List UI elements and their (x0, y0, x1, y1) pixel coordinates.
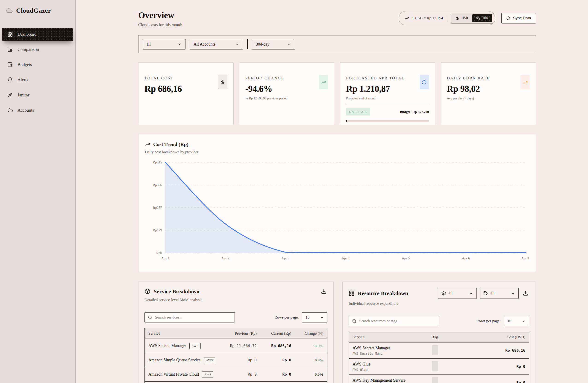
sidebar-item-label: Accounts (18, 108, 34, 113)
column-header: Tag (432, 335, 475, 340)
wallet-icon (7, 62, 13, 67)
download-icon (321, 289, 326, 294)
download-button[interactable] (320, 288, 327, 295)
idr-button[interactable]: IDR (472, 14, 492, 22)
sidebar-item-label: Janitor (18, 93, 29, 97)
accounts-select-value: All Accounts (193, 42, 215, 47)
resource-cell: AWS Key Management Service AWS Key Manag… (353, 378, 432, 383)
column-header: Current (Rp) (257, 331, 291, 336)
service-table: Service Previous (Rp) Current (Rp) Chang… (145, 328, 327, 383)
sidebar-item-accounts[interactable]: Accounts (2, 104, 73, 117)
service-cell: Amazon Virtual Private Cloud AWS (148, 371, 218, 378)
topbar: Overview Cloud costs for this month 1 US… (138, 10, 536, 27)
tag-placeholder (432, 345, 438, 355)
resource-breakdown-title-row: Resource Breakdown (349, 290, 408, 296)
table-row[interactable] (145, 382, 327, 383)
sidebar-item-comparison[interactable]: Comparison (2, 43, 73, 56)
sidebar-item-alerts[interactable]: Alerts (2, 73, 73, 87)
rows-per-page-value: 10 (306, 315, 309, 320)
resource-cell: AWS Secrets Manager AWS Secrets Man… (353, 345, 432, 356)
budget-progress-track (346, 120, 429, 122)
period-change-card: PERIOD CHANGE -94.6% vs Rp 12.693,96 pre… (239, 62, 335, 125)
divider (346, 104, 429, 104)
grid-icon (349, 290, 355, 296)
cost-trend-chart[interactable]: Rp0Rp129Rp257Rp386Rp515Apr 1Apr 2Apr 3Ap… (145, 159, 529, 263)
period-select[interactable]: 30d-day (252, 39, 295, 50)
download-button[interactable] (522, 289, 529, 297)
resource-cell: AWS Glue AWS Glue (353, 362, 432, 372)
table-header: Service Tag Cost (USD) (349, 332, 529, 343)
resource-name: AWS Key Management Service (353, 378, 432, 383)
service-name: Amazon Simple Queue Service (148, 358, 200, 363)
coins-icon (476, 16, 480, 20)
resource-search-input[interactable] (359, 319, 436, 323)
resource-search (349, 316, 439, 326)
cost-cell: Rp 0 (475, 364, 525, 369)
service-name: Amazon Virtual Private Cloud (148, 372, 199, 377)
card-subtext: vs Rp 12.693,96 previous period (245, 97, 328, 100)
search-icon (148, 315, 152, 320)
service-search-input[interactable] (155, 315, 231, 320)
chevron-down-icon (522, 319, 526, 323)
rows-per-page-value: 10 (507, 319, 511, 323)
svg-text:Apr 3: Apr 3 (282, 256, 290, 260)
chevron-down-icon (235, 42, 239, 46)
change-cell: 0.0% (291, 358, 323, 363)
resource-name: AWS Secrets Manager (353, 345, 432, 351)
service-name: AWS Secrets Manager (148, 344, 186, 348)
table-row[interactable]: AWS Secrets Manager AWS Secrets Man… Rp … (349, 343, 529, 359)
table-row[interactable]: Amazon Simple Queue Service AWS Rp 0 Rp … (145, 353, 327, 367)
rows-per-page-select[interactable]: 10 (302, 312, 327, 323)
service-breakdown-panel: Service Breakdown Detailed service-level… (138, 282, 334, 383)
forecast-card: FORECASTED APR TOTAL Rp 1.210,87 Project… (340, 62, 435, 125)
column-header: Service (148, 331, 218, 336)
brand-name: CloudGazer (16, 7, 51, 14)
svg-text:Rp257: Rp257 (153, 206, 162, 210)
exchange-rate-text: 1 USD = Rp 17.154 (412, 16, 443, 20)
resource-breakdown-panel: Resource Breakdown all all (342, 282, 535, 383)
provider-select[interactable]: all (143, 39, 186, 50)
dollar-icon (456, 16, 460, 20)
layers-icon (441, 291, 446, 296)
tag-placeholder (432, 361, 438, 371)
table-row[interactable]: AWS Glue AWS Glue Rp 0 (349, 359, 529, 375)
change-cell: -94.1% (291, 344, 323, 348)
bar-chart-icon (7, 47, 13, 52)
resource-service-filter[interactable]: all (438, 288, 477, 299)
cost-cell: Rp 686,16 (475, 348, 525, 353)
table-row[interactable]: Amazon Virtual Private Cloud AWS Rp 0 Rp… (145, 367, 327, 382)
rows-per-page-select[interactable]: 10 (504, 316, 529, 326)
sync-data-button[interactable]: Sync Data (501, 13, 536, 23)
cloud-logo-icon (6, 7, 13, 14)
panel-subtitle: Detailed service-level MoM analysis (145, 298, 327, 302)
sidebar-item-budgets[interactable]: Budgets (2, 58, 73, 71)
table-controls: Rows per page: 10 (145, 312, 327, 323)
total-cost-card: TOTAL COST Rp 686,16 (138, 62, 234, 125)
page-subtitle: Cloud costs for this month (138, 22, 182, 27)
table-row[interactable]: AWS Key Management Service AWS Key Manag… (349, 375, 529, 383)
page-head: Overview Cloud costs for this month (138, 10, 182, 27)
accounts-select[interactable]: All Accounts (190, 39, 243, 50)
resource-table: Service Tag Cost (USD) AWS Secrets Manag… (349, 332, 529, 383)
svg-text:Apr 4: Apr 4 (342, 256, 350, 260)
change-cell: 0.0% (291, 372, 323, 377)
panel-head: Resource Breakdown all all (349, 288, 529, 299)
breakdown-section: Service Breakdown Detailed service-level… (138, 282, 536, 383)
svg-text:Rp515: Rp515 (153, 160, 162, 164)
trending-up-icon (521, 75, 530, 89)
resource-tag-filter[interactable]: all (480, 288, 519, 299)
cost-trend-panel: Cost Trend (Rp) Daily cost breakdown by … (138, 134, 536, 272)
chevron-down-icon (511, 291, 515, 296)
card-subtext: Avg per day (7 days) (447, 97, 530, 100)
chart-subtitle: Daily cost breakdown by provider (145, 150, 529, 154)
brand: CloudGazer (0, 7, 76, 14)
svg-text:Apr 17: Apr 17 (521, 256, 529, 260)
resource-filters: all all (438, 288, 529, 299)
sidebar-item-janitor[interactable]: Janitor (2, 88, 73, 102)
usd-button[interactable]: USD (452, 14, 471, 22)
idr-label: IDR (482, 16, 488, 20)
table-row[interactable]: AWS Secrets Manager AWS Rp 11.664,72 Rp … (145, 339, 327, 353)
stat-cards: TOTAL COST Rp 686,16 PERIOD CHANGE -94.6… (138, 62, 536, 125)
sidebar-item-dashboard[interactable]: Dashboard (2, 28, 73, 41)
refresh-icon (506, 16, 510, 20)
